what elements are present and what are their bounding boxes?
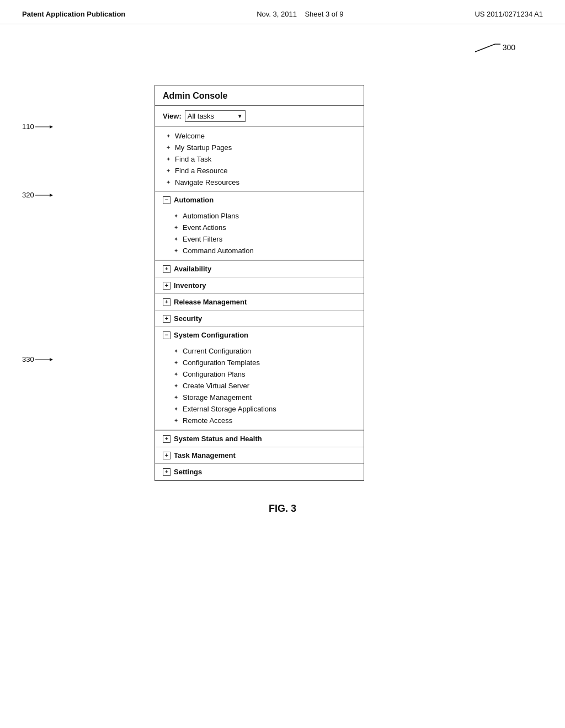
event-filters-label: Event Filters bbox=[183, 235, 222, 243]
section-security-header[interactable]: + Security bbox=[155, 311, 364, 326]
create-virtual-server-label: Create Virtual Server bbox=[183, 382, 249, 390]
configuration-plans-item[interactable]: ✦ Configuration Plans bbox=[155, 368, 364, 380]
current-configuration-item[interactable]: ✦ Current Configuration bbox=[155, 345, 364, 357]
section-security-label: Security bbox=[174, 314, 202, 323]
command-automation-label: Command Automation bbox=[183, 247, 254, 255]
command-automation-item[interactable]: ✦ Command Automation bbox=[155, 245, 364, 256]
section-inventory-label: Inventory bbox=[174, 281, 206, 290]
bullet-icon: ✦ bbox=[166, 179, 170, 185]
ref-320: 320 bbox=[22, 191, 52, 199]
bullet-icon: ✦ bbox=[166, 133, 170, 139]
section-availability: + Availability bbox=[155, 260, 364, 277]
minus-icon: − bbox=[163, 331, 170, 339]
header-date: Nov. 3, 2011 bbox=[257, 10, 297, 18]
view-select-dropdown[interactable]: All tasks ▼ bbox=[185, 110, 246, 122]
section-release-management: + Release Management bbox=[155, 293, 364, 310]
bullet-icon: ✦ bbox=[166, 144, 170, 151]
nav-item-label: Find a Task bbox=[175, 155, 211, 163]
remote-access-label: Remote Access bbox=[183, 416, 232, 425]
bullet-icon: ✦ bbox=[166, 156, 170, 162]
nav-item-welcome[interactable]: ✦ Welcome bbox=[155, 130, 364, 142]
section-system-status-header[interactable]: + System Status and Health bbox=[155, 431, 364, 447]
plus-icon: + bbox=[163, 435, 170, 443]
section-task-management: + Task Management bbox=[155, 447, 364, 463]
section-system-configuration: − System Configuration ✦ Current Configu… bbox=[155, 326, 364, 430]
nav-item-navigate-resources[interactable]: ✦ Navigate Resources bbox=[155, 176, 364, 188]
section-automation: − Automation ✦ Automation Plans ✦ Event … bbox=[155, 192, 364, 260]
page-header: Patent Application Publication Nov. 3, 2… bbox=[0, 0, 565, 24]
section-system-configuration-header[interactable]: − System Configuration bbox=[155, 327, 364, 343]
nav-item-startup[interactable]: ✦ My Startup Pages bbox=[155, 142, 364, 153]
storage-management-item[interactable]: ✦ Storage Management bbox=[155, 392, 364, 403]
nav-item-find-task[interactable]: ✦ Find a Task bbox=[155, 153, 364, 165]
section-automation-header[interactable]: − Automation bbox=[155, 192, 364, 208]
bullet-icon: ✦ bbox=[174, 348, 178, 354]
plus-icon: + bbox=[163, 468, 170, 476]
section-system-configuration-label: System Configuration bbox=[174, 331, 248, 339]
plus-icon: + bbox=[163, 265, 170, 273]
svg-marker-7 bbox=[50, 358, 53, 361]
nav-item-find-resource[interactable]: ✦ Find a Resource bbox=[155, 165, 364, 176]
minus-icon: − bbox=[163, 196, 170, 204]
ref-300-label: 300 bbox=[475, 41, 515, 54]
nav-items-group: ✦ Welcome ✦ My Startup Pages ✦ Find a Ta… bbox=[155, 127, 364, 192]
bullet-icon: ✦ bbox=[174, 406, 178, 412]
configuration-templates-label: Configuration Templates bbox=[183, 358, 260, 367]
section-task-management-header[interactable]: + Task Management bbox=[155, 447, 364, 463]
section-system-status-label: System Status and Health bbox=[174, 435, 262, 443]
create-virtual-server-item[interactable]: ✦ Create Virtual Server bbox=[155, 380, 364, 392]
section-release-management-label: Release Management bbox=[174, 298, 247, 306]
section-availability-header[interactable]: + Availability bbox=[155, 261, 364, 277]
admin-title: Admin Console bbox=[155, 85, 364, 106]
ref-330: 330 bbox=[22, 355, 52, 363]
automation-plans-item[interactable]: ✦ Automation Plans bbox=[155, 210, 364, 222]
nav-item-label: Navigate Resources bbox=[175, 178, 239, 186]
storage-management-label: Storage Management bbox=[183, 393, 252, 402]
bullet-icon: ✦ bbox=[174, 248, 178, 254]
remote-access-item[interactable]: ✦ Remote Access bbox=[155, 415, 364, 426]
section-inventory-header[interactable]: + Inventory bbox=[155, 277, 364, 293]
section-settings: + Settings bbox=[155, 463, 364, 480]
plus-icon: + bbox=[163, 452, 170, 459]
bullet-icon: ✦ bbox=[174, 213, 178, 219]
section-release-management-header[interactable]: + Release Management bbox=[155, 294, 364, 310]
fig-label: FIG. 3 bbox=[22, 503, 543, 515]
ref-110: 110 bbox=[22, 122, 52, 131]
bullet-icon: ✦ bbox=[174, 224, 178, 231]
view-select-value: All tasks bbox=[188, 112, 235, 120]
svg-line-0 bbox=[475, 44, 495, 52]
header-right: US 2011/0271234 A1 bbox=[475, 10, 543, 18]
ref-300-text: 300 bbox=[503, 43, 515, 52]
plus-icon: + bbox=[163, 298, 170, 306]
section-system-configuration-content: ✦ Current Configuration ✦ Configuration … bbox=[155, 343, 364, 430]
configuration-templates-item[interactable]: ✦ Configuration Templates bbox=[155, 357, 364, 368]
event-filters-item[interactable]: ✦ Event Filters bbox=[155, 233, 364, 245]
svg-marker-5 bbox=[50, 194, 53, 197]
nav-item-label: My Startup Pages bbox=[175, 143, 232, 152]
section-settings-header[interactable]: + Settings bbox=[155, 464, 364, 480]
section-system-status: + System Status and Health bbox=[155, 430, 364, 447]
section-security: + Security bbox=[155, 310, 364, 326]
header-center: Nov. 3, 2011 Sheet 3 of 9 bbox=[257, 10, 343, 18]
view-row[interactable]: View: All tasks ▼ bbox=[155, 106, 364, 127]
main-content: 300 110 320 330 bbox=[0, 24, 565, 531]
section-settings-label: Settings bbox=[174, 468, 202, 476]
bullet-icon: ✦ bbox=[174, 236, 178, 242]
configuration-plans-label: Configuration Plans bbox=[183, 370, 245, 378]
header-sheet: Sheet 3 of 9 bbox=[305, 10, 343, 18]
section-availability-label: Availability bbox=[174, 265, 211, 273]
nav-item-label: Welcome bbox=[175, 132, 205, 140]
section-automation-content: ✦ Automation Plans ✦ Event Actions ✦ Eve… bbox=[155, 208, 364, 260]
view-label: View: bbox=[163, 112, 182, 120]
admin-panel: Admin Console View: All tasks ▼ ✦ Welcom… bbox=[154, 85, 364, 481]
automation-plans-label: Automation Plans bbox=[183, 212, 239, 220]
bullet-icon: ✦ bbox=[174, 371, 178, 377]
event-actions-item[interactable]: ✦ Event Actions bbox=[155, 222, 364, 233]
bullet-icon: ✦ bbox=[166, 168, 170, 174]
bullet-icon: ✦ bbox=[174, 360, 178, 366]
current-configuration-label: Current Configuration bbox=[183, 347, 251, 355]
external-storage-applications-item[interactable]: ✦ External Storage Applications bbox=[155, 403, 364, 415]
section-task-management-label: Task Management bbox=[174, 451, 236, 459]
bullet-icon: ✦ bbox=[174, 383, 178, 389]
plus-icon: + bbox=[163, 315, 170, 323]
